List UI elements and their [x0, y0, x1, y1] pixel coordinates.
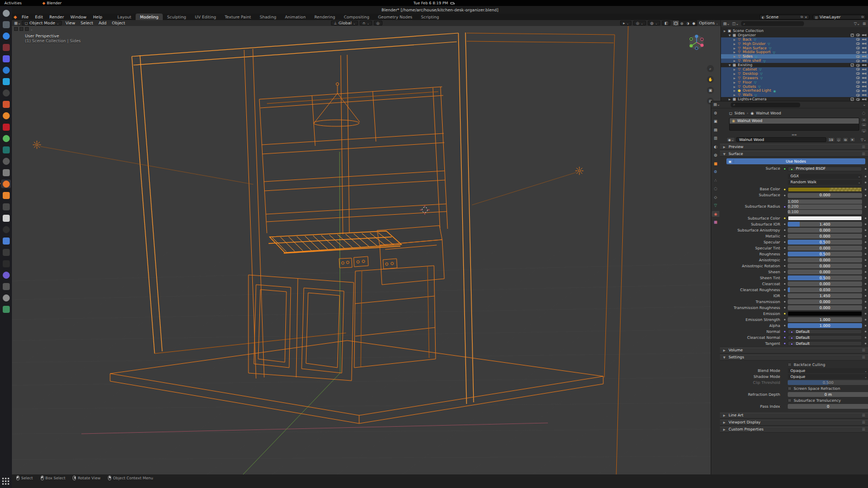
prop-row-subsurface-radius[interactable]: Subsurface Radius1.0000.2000.100	[720, 198, 868, 215]
properties-tab-object[interactable]: ■	[712, 160, 719, 166]
dock-app-15[interactable]	[1, 168, 11, 177]
dock-app-blender[interactable]	[1, 179, 11, 188]
outliner-row-walls[interactable]: ▶▽Walls▽	[721, 93, 868, 97]
slider-field[interactable]: 0.000	[788, 228, 862, 233]
outliner-editor-type-icon[interactable]: ▤⌄	[723, 22, 730, 26]
dock-app-7[interactable]	[1, 77, 11, 86]
scene-selector[interactable]: ◐ Scene ⧉ ✕	[760, 15, 809, 20]
slider-field[interactable]: 1.400	[788, 222, 862, 227]
decorator-dot[interactable]	[862, 253, 868, 255]
outliner-row-cabinet[interactable]: ▶▽Cabinet▽	[721, 67, 868, 72]
prop-row-surface[interactable]: SurfacePrincipled BSDF	[720, 166, 868, 171]
options-dropdown[interactable]: Options ⌄	[699, 21, 718, 25]
prop-row-tangent[interactable]: TangentDefault	[720, 341, 868, 346]
outliner-row-middle-support[interactable]: ▶▽Middle Support▽	[721, 50, 868, 54]
dropdown-random-walk[interactable]: Random Walk⌄	[788, 180, 862, 185]
outliner-row-sides[interactable]: ▶▽Sides▽	[721, 54, 868, 59]
pan-hand-icon[interactable]: ✋	[707, 76, 714, 83]
prop-row-ior[interactable]: IOR1.450	[720, 293, 868, 299]
dock-app-5[interactable]	[1, 54, 11, 63]
scene-copy-icon[interactable]: ⧉	[801, 15, 803, 19]
decorator-dot[interactable]	[862, 265, 868, 267]
workspace-tab-layout[interactable]: Layout	[113, 14, 136, 20]
view-layer-copy-icon[interactable]: ⧉	[861, 15, 864, 19]
dropdown-opaque[interactable]: Opaque⌄	[788, 368, 868, 373]
expand-icon[interactable]: ▶	[732, 89, 737, 92]
prop-row-emission[interactable]: Emission	[720, 311, 868, 317]
decorator-dot[interactable]	[862, 283, 868, 285]
properties-tab-world[interactable]: ◍	[712, 152, 719, 158]
properties-tab-object-data[interactable]: ▽	[712, 203, 719, 209]
value-field[interactable]: 0	[788, 404, 868, 409]
fake-user-button[interactable]: ◇	[836, 137, 842, 142]
workspace-tab-animation[interactable]: Animation	[280, 14, 310, 20]
hide-in-viewport-icon[interactable]	[856, 51, 860, 54]
workspace-tab-uv-editing[interactable]: UV Editing	[190, 14, 220, 20]
prop-row-blend-mode[interactable]: Blend ModeOpaque⌄	[720, 368, 868, 374]
checkbox-icon[interactable]	[788, 363, 792, 367]
button-default[interactable]: Default	[788, 329, 862, 334]
prop-row-metallic[interactable]: Metallic0.000	[720, 234, 868, 239]
viewport-menu-view[interactable]: View	[63, 21, 78, 25]
prop-row-transmission[interactable]: Transmission0.000	[720, 299, 868, 305]
prop-row-subsurface-translucency[interactable]: Subsurface Translucency	[720, 398, 868, 403]
new-collection-icon[interactable]: ⊞	[863, 22, 866, 26]
menu-file[interactable]: File	[18, 15, 32, 20]
checkbox-screen-space-refraction[interactable]: Screen Space Refraction	[788, 387, 868, 391]
expand-icon[interactable]: ▶	[732, 47, 737, 50]
expand-icon[interactable]: ▶	[732, 42, 737, 46]
disable-in-render-icon[interactable]	[862, 81, 866, 84]
prop-row-backface-culling[interactable]: Backface Culling	[720, 362, 868, 368]
properties-options-icon[interactable]: ⌄	[863, 102, 866, 107]
hide-in-viewport-icon[interactable]	[856, 47, 860, 49]
disable-in-render-icon[interactable]	[862, 68, 866, 70]
prop-row-specular-tint[interactable]: Specular Tint0.000	[720, 246, 868, 251]
new-material-button[interactable]: ⧉	[843, 137, 848, 142]
dock-app-13[interactable]	[1, 145, 11, 154]
slider-field[interactable]: 0.000	[788, 305, 862, 310]
dock-app-24[interactable]	[1, 271, 11, 279]
collapse-icon[interactable]: ▼	[727, 63, 732, 67]
decorator-dot[interactable]	[862, 331, 868, 332]
xray-toggle[interactable]: ◧	[662, 21, 671, 25]
breadcrumb-material[interactable]: Walnut Wood	[756, 111, 781, 115]
prop-row-subsurface-anisotropy[interactable]: Subsurface Anisotropy0.000	[720, 228, 868, 233]
outliner-row-lights-camera[interactable]: ▶▦Lights+Camera	[721, 97, 868, 101]
checkbox-icon[interactable]	[788, 399, 792, 402]
dock-app-27[interactable]	[1, 305, 11, 313]
dock-app-11[interactable]	[1, 123, 11, 131]
outliner-row-wire-shelf[interactable]: ▶▽Wire shelf▽	[721, 59, 868, 63]
decorator-dot[interactable]	[862, 168, 868, 170]
slider-field[interactable]: 0.500	[788, 252, 862, 256]
slot-specials-button[interactable]: ⌄	[861, 129, 867, 133]
dropdown-opaque[interactable]: Opaque⌄	[788, 374, 868, 379]
scene-unlink-icon[interactable]: ✕	[805, 15, 807, 19]
color-swatch[interactable]	[788, 311, 862, 316]
use-nodes-button[interactable]: ▣ Use Nodes	[726, 158, 865, 164]
prop-row-base-color[interactable]: Base Color	[720, 187, 868, 192]
properties-tab-view-layer[interactable]: ▥	[712, 136, 719, 142]
dock-app-20[interactable]	[1, 225, 11, 234]
outliner-row-outlets[interactable]: ▶▽Outlets▽	[721, 85, 868, 89]
disable-in-render-icon[interactable]	[862, 89, 866, 92]
hide-in-viewport-icon[interactable]	[856, 72, 860, 75]
material-name-field[interactable]: Walnut Wood	[736, 137, 826, 142]
properties-tab-material[interactable]: ◉	[712, 211, 719, 217]
prop-row-clearcoat[interactable]: Clearcoat0.000	[720, 281, 868, 287]
menu-help[interactable]: Help	[90, 15, 105, 20]
exclude-checkbox[interactable]	[851, 63, 854, 67]
dock-app-17[interactable]	[1, 191, 11, 200]
prop-row-subsurface[interactable]: Subsurface0.000	[720, 192, 868, 198]
material-users-count[interactable]: 19	[827, 137, 835, 142]
dock-app-18[interactable]	[1, 202, 11, 211]
decorator-dot[interactable]	[862, 337, 868, 338]
material-slot-list[interactable]: ◉Walnut Wood	[729, 118, 859, 131]
slider-field[interactable]: 0.500	[788, 275, 862, 280]
checkbox-icon[interactable]	[788, 387, 792, 390]
dropdown-ggx[interactable]: GGX⌄	[788, 174, 862, 179]
shading-solid-button[interactable]: ◍	[679, 21, 685, 25]
color-swatch[interactable]	[788, 216, 862, 221]
decorator-dot[interactable]	[862, 229, 868, 231]
slider-field[interactable]: 0.000	[788, 264, 862, 268]
disable-in-render-icon[interactable]	[862, 64, 866, 67]
